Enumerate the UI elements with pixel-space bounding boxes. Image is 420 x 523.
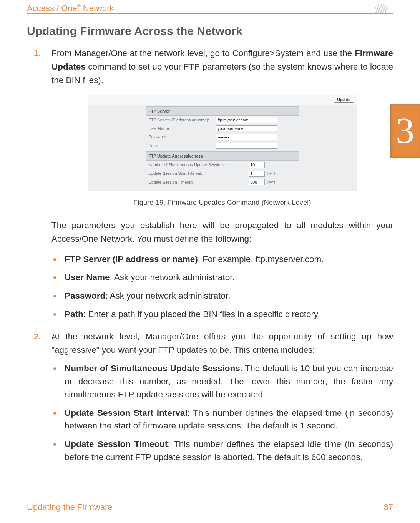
firmware-updates-panel: Update FTP Server FTP Server (IP address… (88, 95, 357, 191)
input-ftp-server[interactable] (216, 117, 277, 123)
header-logo-icon (375, 4, 393, 13)
label-user-name: User Name: (149, 125, 216, 131)
step-1-after-figure: The parameters you establish here will b… (51, 219, 393, 246)
step-2: 2. At the network level, Manager/One off… (27, 330, 393, 464)
header-title-suffix: Network (81, 3, 114, 13)
steps-list: 1. From Manager/One at the network level… (27, 47, 393, 464)
label-password: Password: (149, 134, 216, 140)
label-timeout: Update Session Timeout: (149, 179, 249, 185)
page-header: Access / One® Network (27, 0, 393, 14)
input-path[interactable] (216, 143, 277, 149)
label-sessions: Number of Simultaneous Update Sessions: (149, 162, 249, 168)
label-start-interval: Update Session Start Interval: (149, 170, 249, 176)
update-button[interactable]: Update (334, 97, 354, 103)
unit-start-interval: (sec) (267, 171, 275, 176)
input-sessions[interactable] (249, 162, 265, 168)
input-start-interval[interactable] (249, 171, 265, 177)
row-sessions: Number of Simultaneous Update Sessions: (146, 161, 299, 169)
row-timeout: Update Session Timeout: (sec) (146, 178, 299, 186)
footer-left: Updating the Firmware (27, 502, 113, 512)
step-2-para: At the network level, Manager/One offers… (51, 332, 393, 355)
header-title: Access / One® Network (27, 3, 114, 13)
step-1-para: From Manager/One at the network level, g… (51, 48, 393, 85)
footer-page-number: 37 (384, 502, 393, 512)
row-path: Path: (146, 141, 299, 150)
input-user-name[interactable] (216, 125, 277, 131)
bullet-session-timeout: Update Session Timeout: This number defi… (51, 438, 393, 464)
section-heading: Updating Firmware Across the Network (27, 25, 393, 38)
label-path: Path: (149, 143, 216, 149)
bullet-user-name: User Name: Ask your network administrato… (51, 271, 393, 284)
bullet-path: Path: Enter a path if you placed the BIN… (51, 308, 393, 321)
figure-caption: Figure 19. Firmware Updates Command (Net… (51, 198, 393, 208)
step-1-bullets: FTP Server (IP address or name): For exa… (51, 253, 393, 321)
page-footer: Updating the Firmware 37 (27, 499, 393, 512)
input-timeout[interactable] (249, 179, 265, 185)
bullet-start-interval: Update Session Start Interval: This numb… (51, 407, 393, 433)
row-password: Password: (146, 133, 299, 141)
step-number: 1. (34, 47, 41, 60)
step-number: 2. (34, 330, 41, 344)
label-ftp-server: FTP Server (IP address or name): (149, 117, 216, 123)
row-user-name: User Name: (146, 124, 299, 133)
unit-timeout: (sec) (267, 179, 275, 185)
group-ftp-server: FTP Server (146, 106, 299, 116)
figure-19: Update FTP Server FTP Server (IP address… (51, 95, 393, 208)
bullet-simultaneous-sessions: Number of Simultaneous Update Sessions: … (51, 362, 393, 401)
group-ftp-aggressiveness: FTP Update Aggressiveness (146, 151, 299, 161)
row-start-interval: Update Session Start Interval: (sec) (146, 169, 299, 178)
row-ftp-server: FTP Server (IP address or name): (146, 116, 299, 124)
panel-toolbar: Update (88, 95, 357, 105)
step-1: 1. From Manager/One at the network level… (27, 47, 393, 321)
bullet-ftp-server: FTP Server (IP address or name): For exa… (51, 253, 393, 266)
step-2-bullets: Number of Simultaneous Update Sessions: … (51, 362, 393, 463)
bullet-password: Password: Ask your network administrator… (51, 289, 393, 302)
chapter-tab: 3 (390, 104, 420, 158)
input-password[interactable] (216, 134, 277, 140)
header-title-prefix: Access / One (27, 3, 77, 13)
registered-mark: ® (77, 4, 81, 9)
